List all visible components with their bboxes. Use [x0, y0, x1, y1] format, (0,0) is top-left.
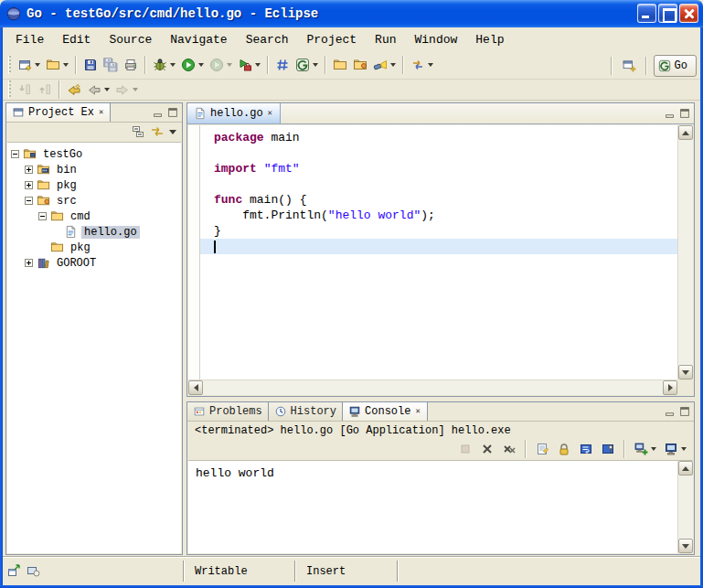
new-go-element-button[interactable]: [272, 54, 293, 76]
team-sync-button[interactable]: [408, 54, 436, 76]
open-console-button[interactable]: [631, 438, 659, 460]
tree-expander-icon[interactable]: [38, 212, 47, 220]
previous-annotation-button[interactable]: [35, 80, 55, 99]
remove-all-launches-button[interactable]: [499, 438, 519, 460]
code-area[interactable]: package mainimport "fmt"func main() { fm…: [200, 125, 677, 380]
save-button[interactable]: [80, 54, 101, 76]
last-edit-location-button[interactable]: [64, 80, 84, 99]
code-line-5[interactable]: func main() {: [200, 192, 677, 208]
external-tools-button[interactable]: [235, 54, 263, 76]
minimize-button[interactable]: [637, 4, 656, 23]
console-output[interactable]: hello world: [188, 460, 693, 553]
code-line-1[interactable]: package main: [200, 130, 677, 145]
code-line-4[interactable]: [200, 176, 677, 192]
close-button[interactable]: [679, 4, 698, 23]
tree-item-pkg[interactable]: pkg: [7, 177, 181, 193]
tab-problems[interactable]: Problems: [187, 402, 269, 421]
tree-item-pkg[interactable]: pkg: [7, 240, 181, 255]
editor-vertical-scrollbar[interactable]: [677, 125, 693, 380]
terminate-button[interactable]: [455, 438, 475, 460]
tab-history[interactable]: History: [269, 402, 343, 421]
menu-navigate[interactable]: Navigate: [161, 30, 236, 49]
tree-item-hello.go[interactable]: hello.go: [7, 224, 181, 240]
word-wrap-button[interactable]: [576, 438, 596, 460]
launch-indicator-icon[interactable]: [26, 563, 40, 578]
tree-expander-icon[interactable]: [11, 150, 19, 158]
code-line-2[interactable]: [200, 145, 677, 161]
tree-expander-icon[interactable]: [25, 197, 33, 205]
dropdown-arrow-icon[interactable]: [681, 447, 687, 451]
pin-console-button[interactable]: [598, 438, 618, 460]
dropdown-arrow-icon[interactable]: [63, 63, 69, 67]
menu-search[interactable]: Search: [237, 30, 298, 49]
tree-expander-icon[interactable]: [25, 166, 33, 174]
menu-file[interactable]: File: [6, 30, 53, 49]
tree-expander-icon[interactable]: [25, 259, 33, 267]
tab-hello-go[interactable]: hello.go ✕: [187, 103, 281, 123]
code-line-7[interactable]: }: [200, 223, 677, 239]
scroll-right-button[interactable]: [663, 380, 677, 395]
close-editor-icon[interactable]: ✕: [267, 109, 273, 119]
maximize-view-button[interactable]: [678, 107, 691, 120]
dropdown-arrow-icon[interactable]: [170, 63, 176, 67]
project-tree[interactable]: testGobinpkgsrccmdhello.gopkgGOROOT: [7, 142, 181, 553]
search-button[interactable]: [370, 54, 399, 76]
open-package-button[interactable]: [350, 54, 370, 76]
toolbar-grip[interactable]: [8, 56, 11, 74]
open-perspective-button[interactable]: [619, 55, 639, 77]
scroll-down-button[interactable]: [678, 365, 693, 380]
save-all-button[interactable]: [101, 54, 121, 76]
toolbar-grip[interactable]: [8, 80, 11, 99]
titlebar[interactable]: Go - testGo/src/cmd/hello.go - Eclipse: [0, 0, 703, 27]
tree-item-bin[interactable]: bin: [7, 162, 181, 177]
new-wizard-button[interactable]: [15, 54, 43, 76]
scroll-up-button[interactable]: [678, 461, 693, 476]
fast-view-icon[interactable]: [6, 563, 21, 578]
perspective-go-button[interactable]: Go: [654, 55, 697, 77]
forward-button[interactable]: [112, 80, 141, 99]
menu-source[interactable]: Source: [100, 30, 161, 49]
console-scrollbar[interactable]: [677, 461, 693, 553]
collapse-all-button[interactable]: [131, 124, 145, 139]
dropdown-arrow-icon[interactable]: [390, 63, 396, 67]
open-resource-button[interactable]: [330, 54, 350, 76]
display-console-button[interactable]: [661, 438, 689, 460]
next-annotation-button[interactable]: [15, 80, 35, 99]
dropdown-arrow-icon[interactable]: [227, 63, 232, 67]
goclipse-menu-button[interactable]: [293, 54, 321, 76]
scroll-up-button[interactable]: [678, 125, 693, 140]
back-button[interactable]: [84, 80, 112, 99]
code-line-3[interactable]: import "fmt": [200, 161, 677, 176]
remove-launch-button[interactable]: [477, 438, 497, 460]
clear-console-button[interactable]: [532, 438, 552, 460]
annotation-ruler[interactable]: [188, 125, 200, 380]
scroll-down-button[interactable]: [678, 539, 693, 553]
minimize-view-button[interactable]: [152, 106, 165, 119]
tree-item-src[interactable]: src: [7, 193, 181, 208]
close-view-icon[interactable]: ✕: [414, 407, 421, 417]
coverage-button[interactable]: [207, 54, 235, 76]
minimize-view-button[interactable]: [664, 107, 676, 120]
scroll-left-button[interactable]: [188, 380, 203, 395]
dropdown-arrow-icon[interactable]: [198, 63, 204, 67]
editor-horizontal-scrollbar[interactable]: [188, 380, 677, 395]
view-menu-button[interactable]: [169, 130, 176, 134]
menu-window[interactable]: Window: [406, 30, 467, 49]
tree-expander-icon[interactable]: [25, 181, 33, 189]
dropdown-arrow-icon[interactable]: [104, 88, 110, 91]
debug-button[interactable]: [150, 54, 178, 76]
tab-console[interactable]: Console ✕: [343, 402, 428, 421]
maximize-view-button[interactable]: [678, 405, 691, 418]
dropdown-arrow-icon[interactable]: [255, 63, 261, 67]
link-with-editor-button[interactable]: [150, 124, 165, 139]
menu-project[interactable]: Project: [297, 30, 366, 49]
scroll-lock-button[interactable]: [554, 438, 574, 460]
close-view-icon[interactable]: ✕: [98, 108, 104, 118]
tree-item-testGo[interactable]: testGo: [7, 146, 181, 162]
dropdown-arrow-icon[interactable]: [313, 63, 318, 67]
dropdown-arrow-icon[interactable]: [133, 88, 138, 91]
minimize-view-button[interactable]: [664, 405, 676, 418]
menu-help[interactable]: Help: [466, 30, 513, 49]
code-line-6[interactable]: fmt.Println("hello world");: [200, 208, 677, 223]
tree-item-GOROOT[interactable]: GOROOT: [7, 255, 181, 271]
